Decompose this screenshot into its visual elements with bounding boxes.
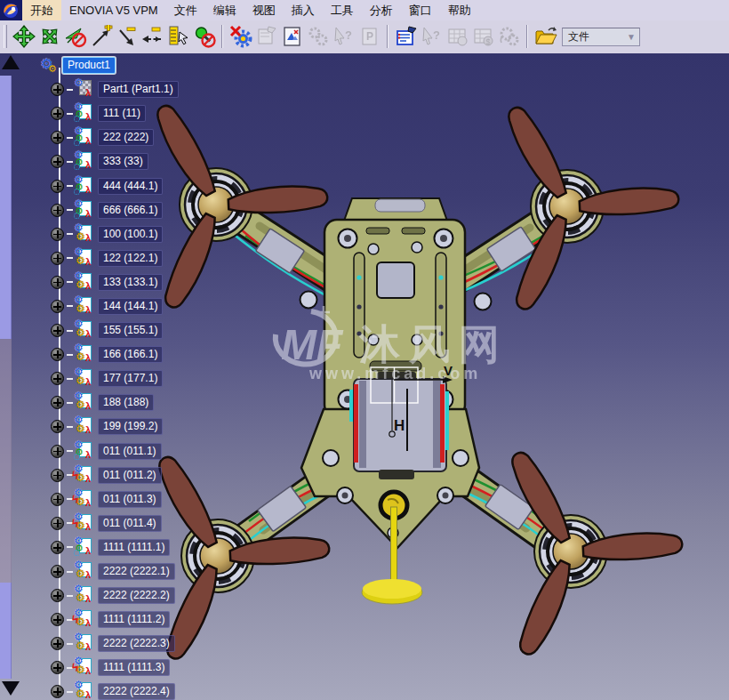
- vpm-gears-icon[interactable]: [305, 24, 331, 50]
- expand-toggle-icon[interactable]: [51, 324, 64, 337]
- expand-toggle-icon[interactable]: [51, 228, 64, 241]
- menu-item-insert[interactable]: 插入: [284, 0, 323, 20]
- tree-node[interactable]: ⚙λ Part1 (Part1.1): [0, 77, 213, 101]
- tree-node-label[interactable]: 155 (155.1): [98, 322, 163, 339]
- sync-gears-icon[interactable]: [496, 24, 522, 50]
- app-logo-icon[interactable]: [0, 0, 22, 20]
- expand-toggle-icon[interactable]: [51, 180, 64, 193]
- product-instance-icon-yellow[interactable]: ⚙⚙λ: [74, 345, 95, 364]
- product-instance-icon-yellow[interactable]: ⚙⚙λ: [74, 369, 95, 388]
- tree-node[interactable]: ⚙⚙λ 144 (144.1): [0, 294, 213, 318]
- product-instance-icon-broken[interactable]: ⚙⚙ϟλ: [74, 658, 95, 677]
- tree-node[interactable]: ⚙⚙λ 155 (155.1): [0, 318, 213, 342]
- expand-toggle-icon[interactable]: [51, 493, 64, 506]
- menu-item-start[interactable]: 开始: [22, 0, 61, 20]
- expand-toggle-icon[interactable]: [51, 107, 64, 120]
- tree-node[interactable]: ⚙⚙λ 333 (33): [0, 149, 213, 173]
- increase-speed-arrow-icon[interactable]: [88, 24, 114, 50]
- product-instance-icon-broken[interactable]: ⚙⚙ϟλ: [74, 490, 95, 509]
- tree-scrollbar-thumb[interactable]: [0, 76, 12, 339]
- product-instance-icon-yellow[interactable]: ⚙⚙λ: [74, 417, 95, 436]
- tree-node-label[interactable]: 2222 (2222.3): [98, 635, 175, 652]
- table-a-icon[interactable]: [445, 24, 470, 50]
- tree-node[interactable]: ⚙⚙λ 188 (188): [0, 390, 213, 414]
- tree-node-label[interactable]: 011 (011.2): [98, 467, 162, 484]
- query-pointer-icon[interactable]: ?: [331, 24, 356, 50]
- expand-toggle-icon[interactable]: [51, 469, 64, 482]
- expand-toggle-icon[interactable]: [51, 637, 64, 650]
- menu-item-help[interactable]: 帮助: [440, 0, 479, 20]
- product-instance-icon-yellow[interactable]: ⚙⚙λ: [74, 682, 95, 700]
- product-instance-icon-yellow[interactable]: ⚙⚙λ: [74, 225, 95, 244]
- expand-toggle-icon[interactable]: [51, 613, 64, 626]
- expand-toggle-icon[interactable]: [51, 661, 64, 674]
- file-type-combo[interactable]: 文件 ▼: [562, 28, 640, 46]
- product-instance-icon-green[interactable]: ⚙⚙λ: [74, 442, 95, 461]
- product-instance-icon-yellow[interactable]: ⚙⚙λ: [74, 586, 95, 605]
- tree-node-label[interactable]: Part1 (Part1.1): [98, 81, 179, 98]
- tree-node[interactable]: ⚙⚙λ 2222 (2222.4): [0, 680, 213, 700]
- tree-scrollbar-thumb[interactable]: [0, 583, 12, 679]
- tree-node[interactable]: ⚙⚙λ 1111 (1111.1): [0, 535, 213, 559]
- tree-node-label[interactable]: 444 (444.1): [98, 178, 163, 195]
- expand-toggle-icon[interactable]: [51, 155, 64, 168]
- tree-scroll-down-icon[interactable]: [2, 681, 20, 696]
- product-instance-icon-yellow[interactable]: ⚙⚙λ: [74, 321, 95, 340]
- tree-node-label[interactable]: 199 (199.2): [98, 418, 163, 435]
- product-instance-icon-green[interactable]: ⚙⚙λ: [74, 538, 95, 557]
- accelerate-arrow-icon[interactable]: [140, 24, 165, 50]
- measure-list-icon[interactable]: [165, 24, 191, 50]
- tree-node-label[interactable]: 222 (222): [98, 129, 154, 146]
- product-instance-icon-yellow[interactable]: ⚙⚙λ: [74, 393, 95, 412]
- tree-node[interactable]: ⚙⚙λ 2222 (2222.2): [0, 583, 213, 607]
- tree-node[interactable]: ⚙⚙λ 111 (11): [0, 101, 213, 125]
- expand-toggle-icon[interactable]: [51, 300, 64, 313]
- tree-node-label[interactable]: 100 (100.1): [98, 226, 163, 243]
- tree-node[interactable]: ⚙⚙λ 133 (133.1): [0, 270, 213, 294]
- product-instance-icon-yellow[interactable]: ⚙⚙λ: [74, 634, 95, 653]
- product-instance-icon-broken[interactable]: ⚙⚙ϟλ: [74, 466, 95, 485]
- properties-sheet-icon[interactable]: [253, 24, 279, 50]
- tree-node-label[interactable]: 166 (166.1): [98, 346, 163, 363]
- product-instance-icon-green[interactable]: ⚙⚙λ: [74, 201, 95, 220]
- tree-node[interactable]: ⚙⚙λ 122 (122.1): [0, 246, 213, 270]
- tree-node-label[interactable]: 188 (188): [98, 394, 154, 411]
- product-instance-icon-yellow[interactable]: ⚙⚙λ: [74, 249, 95, 268]
- tree-node[interactable]: ⚙⚙λ 222 (222): [0, 125, 213, 149]
- menu-item-analyze[interactable]: 分析: [362, 0, 401, 20]
- expand-toggle-icon[interactable]: [51, 517, 64, 530]
- product-instance-icon-yellow[interactable]: ⚙⚙λ: [74, 273, 95, 292]
- tree-node[interactable]: ⚙⚙ϟλ 1111 (1111.3): [0, 656, 213, 680]
- tree-node[interactable]: ⚙⚙λ 666 (666.1): [0, 198, 213, 222]
- product-instance-icon-green[interactable]: ⚙⚙λ: [74, 128, 95, 147]
- expand-toggle-icon[interactable]: [51, 420, 64, 433]
- menu-item-enovia[interactable]: ENOVIA V5 VPM: [61, 0, 166, 20]
- tree-node-label[interactable]: Product1: [62, 57, 116, 74]
- tree-node-label[interactable]: 1111 (1111.1): [98, 539, 170, 556]
- menu-item-window[interactable]: 窗口: [401, 0, 440, 20]
- tree-node[interactable]: ⚙⚙λ 177 (177.1): [0, 366, 213, 390]
- decrease-speed-arrow-icon[interactable]: [114, 24, 140, 50]
- part-node-icon[interactable]: ⚙λ: [74, 80, 95, 99]
- tree-node[interactable]: ⚙⚙λ 2222 (2222.1): [0, 559, 213, 583]
- expand-toggle-icon[interactable]: [51, 204, 64, 217]
- expand-toggle-icon[interactable]: [51, 83, 64, 96]
- tree-node-label[interactable]: 1111 (1111.2): [98, 611, 170, 628]
- tree-node-label[interactable]: 011 (011.3): [98, 491, 162, 508]
- menu-item-file[interactable]: 文件: [166, 0, 205, 20]
- product-instance-icon-broken[interactable]: ⚙⚙ϟλ: [74, 610, 95, 629]
- update-status-icon[interactable]: [228, 24, 253, 50]
- tree-node-label[interactable]: 333 (33): [98, 153, 148, 170]
- tree-node[interactable]: ⚙⚙ϟλ 011 (011.4): [0, 511, 213, 535]
- root-product-icon[interactable]: ⚙⚙: [38, 56, 60, 75]
- tree-node[interactable]: ⚙⚙ϟλ 011 (011.3): [0, 487, 213, 511]
- tree-node[interactable]: ⚙⚙λ 166 (166.1): [0, 342, 213, 366]
- expand-toggle-icon[interactable]: [51, 276, 64, 289]
- tree-node-label[interactable]: 1111 (1111.3): [98, 659, 170, 676]
- product-instance-icon-yellow[interactable]: ⚙⚙λ: [74, 562, 95, 581]
- tree-node-label[interactable]: 2222 (2222.4): [98, 683, 175, 700]
- expand-toggle-icon[interactable]: [51, 131, 64, 144]
- examine-prohibit-icon[interactable]: [191, 24, 217, 50]
- tree-node[interactable]: ⚙⚙λ 011 (011.1): [0, 439, 213, 463]
- expand-toggle-icon[interactable]: [51, 252, 64, 265]
